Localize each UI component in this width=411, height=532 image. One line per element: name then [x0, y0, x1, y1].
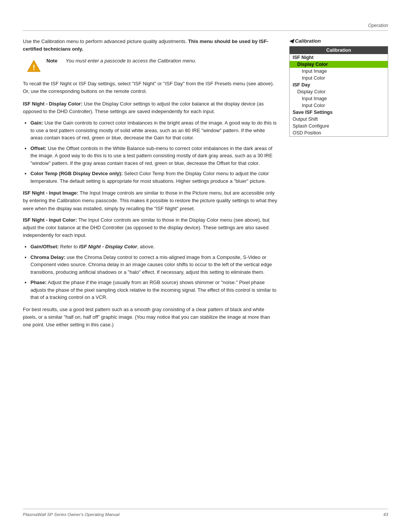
page-footer: PlasmaWall SP Series Owner's Operating M…	[23, 509, 388, 517]
intro-paragraph: Use the Calibration menu to perform adva…	[23, 38, 278, 53]
best-results-text: For best results, use a good test patter…	[23, 307, 270, 328]
menu-item-splash-configure[interactable]: Splash Configure	[290, 123, 388, 129]
bullet-gain-text: Use the Gain controls to correct color i…	[30, 120, 277, 141]
menu-item-input-color-night[interactable]: Input Color	[290, 75, 388, 81]
isf-night-display-color-para: ISF Night - Display Color: Use the Displ…	[23, 100, 278, 115]
menu-item-input-image-night[interactable]: Input Image	[290, 68, 388, 75]
main-column: Use the Calibration menu to perform adva…	[23, 38, 278, 332]
isf-night-input-image-title: ISF Night - Input Image:	[23, 190, 78, 196]
menu-item-isf-day-label: ISF Day	[293, 82, 310, 88]
menu-item-input-image-night-label: Input Image	[302, 69, 327, 74]
isf-night-input-image-para: ISF Night - Input Image: The Input Image…	[23, 189, 278, 212]
menu-item-osd-position[interactable]: OSD Position	[290, 129, 388, 136]
bullet-gain-offset-ref: ISF Night - Display Color	[79, 244, 137, 249]
bullet-chroma-delay: Chroma Delay: use the Chroma Delay contr…	[30, 254, 278, 276]
calibration-sidebar-title: Calibration	[295, 38, 321, 44]
bullet-phase-label: Phase:	[30, 280, 47, 285]
menu-item-save-isf[interactable]: Save ISF Settings	[290, 109, 388, 116]
display-color-bullet-list: Gain: Use the Gain controls to correct c…	[30, 119, 278, 185]
section-header: Operation	[23, 23, 388, 28]
footer-page-number: 43	[383, 512, 388, 517]
bullet-offset: Offset: Use the Offset controls in the W…	[30, 145, 278, 167]
note-label: Note	[46, 58, 57, 64]
menu-item-input-color-day[interactable]: Input Color	[290, 102, 388, 109]
content-area: Use the Calibration menu to perform adva…	[23, 38, 388, 332]
page: Operation Use the Calibration menu to pe…	[0, 0, 411, 532]
warning-icon: !	[27, 59, 41, 73]
bullet-gain-offset-text2: , above.	[137, 244, 155, 249]
footer-left-text: PlasmaWall SP Series Owner's Operating M…	[23, 512, 119, 517]
bullet-phase: Phase: Adjust the phase if the image (us…	[30, 279, 278, 301]
menu-item-isf-night[interactable]: ISF Night	[290, 54, 388, 61]
menu-item-input-color-day-label: Input Color	[302, 103, 325, 108]
bullet-offset-label: Offset:	[30, 145, 46, 151]
menu-item-input-color-night-label: Input Color	[302, 75, 325, 81]
bullet-phase-text: Adjust the phase if the image (usually f…	[30, 280, 276, 300]
input-color-bullet-list: Gain/Offset: Refer to ISF Night - Displa…	[30, 243, 278, 301]
menu-item-save-isf-label: Save ISF Settings	[293, 110, 333, 115]
menu-item-input-image-day-label: Input Image	[302, 96, 327, 101]
menu-item-input-image-day[interactable]: Input Image	[290, 95, 388, 102]
bullet-color-temp-label: Color Temp (RGB Display Device only):	[30, 171, 123, 176]
menu-item-output-shift-label: Output Shift	[293, 117, 318, 122]
bullet-color-temp: Color Temp (RGB Display Device only): Se…	[30, 170, 278, 185]
isf-night-input-color-title: ISF Night - Input Color:	[23, 217, 77, 223]
bullet-gain-offset: Gain/Offset: Refer to ISF Night - Displa…	[30, 243, 278, 251]
menu-item-display-color-night-label: Display Color	[297, 62, 328, 67]
isf-night-display-color-title: ISF Night - Display Color:	[23, 101, 83, 107]
header-section-label: Operation	[368, 23, 388, 28]
menu-item-isf-day[interactable]: ISF Day	[290, 81, 388, 88]
bullet-gain-label: Gain:	[30, 120, 43, 126]
bullet-chroma-delay-label: Chroma Delay:	[30, 254, 65, 260]
menu-item-display-color-day-label: Display Color	[297, 89, 325, 94]
menu-header: Calibration	[290, 46, 388, 54]
menu-item-display-color-day[interactable]: Display Color	[290, 88, 388, 95]
menu-item-splash-configure-label: Splash Configure	[293, 123, 329, 129]
sidebar-column: ◀ Calibration Calibration ISF Night Disp…	[289, 38, 388, 332]
menu-item-display-color-night[interactable]: Display Color	[290, 61, 388, 68]
menu-item-osd-position-label: OSD Position	[293, 130, 321, 136]
top-rule	[23, 30, 388, 31]
note-body: You must enter a passcode to access the …	[66, 58, 196, 64]
calibration-back-label: ◀ Calibration	[289, 38, 388, 44]
menu-item-output-shift[interactable]: Output Shift	[290, 116, 388, 123]
back-arrow-icon: ◀	[289, 38, 293, 44]
note-label-area: Note You must enter a passcode to access…	[46, 58, 196, 64]
bullet-chroma-delay-text: use the Chroma Delay control to correct …	[30, 254, 272, 275]
recall-text: To recall the ISF Night or ISF Day setti…	[23, 81, 274, 94]
bullet-gain-offset-label: Gain/Offset:	[30, 244, 59, 249]
svg-text:!: !	[33, 63, 35, 72]
note-box: ! Note You must enter a passcode to acce…	[27, 58, 278, 73]
recall-paragraph: To recall the ISF Night or ISF Day setti…	[23, 80, 278, 95]
bullet-gain: Gain: Use the Gain controls to correct c…	[30, 119, 278, 142]
note-text: You must enter a passcode to access the …	[66, 58, 196, 64]
bullet-gain-offset-text: Refer to	[60, 244, 79, 249]
menu-title-text: Calibration	[326, 48, 351, 53]
isf-night-input-color-para: ISF Night - Input Color: The Input Color…	[23, 216, 278, 239]
calibration-menu: Calibration ISF Night Display Color Inpu…	[289, 46, 388, 137]
menu-item-isf-night-label: ISF Night	[293, 55, 314, 60]
bullet-offset-text: Use the Offset controls in the White Bal…	[30, 145, 272, 166]
best-results-paragraph: For best results, use a good test patter…	[23, 306, 278, 329]
intro-text-normal: Use the Calibration menu to perform adva…	[23, 38, 188, 44]
